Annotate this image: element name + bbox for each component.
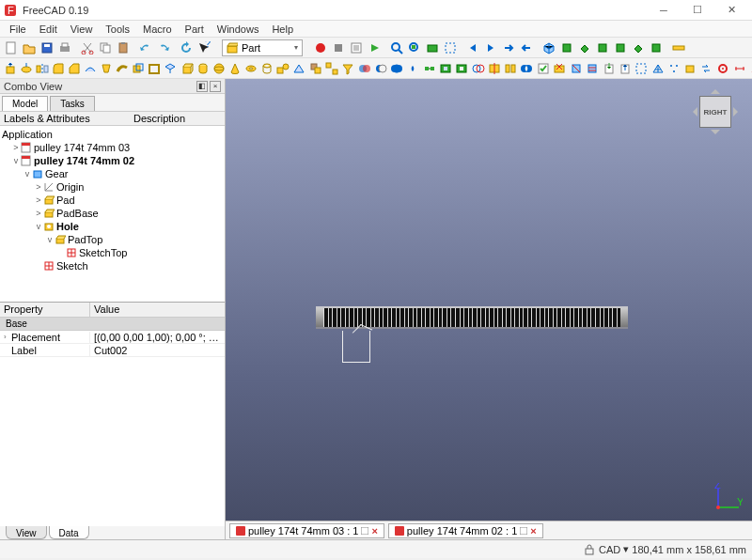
- tree-item[interactable]: >PadBase: [0, 207, 225, 220]
- sweep-button[interactable]: [115, 60, 130, 77]
- export-button[interactable]: [618, 60, 633, 77]
- nav-style[interactable]: CAD: [599, 544, 620, 555]
- undo-button[interactable]: [137, 39, 154, 56]
- draw-style-button[interactable]: [424, 39, 441, 56]
- import-button[interactable]: [602, 60, 617, 77]
- macro-run-button[interactable]: [366, 39, 383, 56]
- top-view-button[interactable]: [576, 39, 593, 56]
- menu-tools[interactable]: Tools: [100, 23, 135, 36]
- nav-back-button[interactable]: [464, 39, 481, 56]
- menu-macro[interactable]: Macro: [137, 23, 178, 36]
- panel-close-button[interactable]: ×: [210, 81, 221, 92]
- print-button[interactable]: [56, 39, 73, 56]
- check-geometry-button[interactable]: [536, 60, 551, 77]
- shapebuilder-button[interactable]: [291, 60, 306, 77]
- close-tab-icon[interactable]: ×: [371, 525, 377, 537]
- cutout-button[interactable]: [454, 60, 469, 77]
- union-button[interactable]: [389, 60, 404, 77]
- menu-part[interactable]: Part: [180, 23, 210, 36]
- tree-item[interactable]: vpulley 174t 74mm 02: [0, 154, 225, 167]
- tree-item[interactable]: SketchTop: [0, 246, 225, 259]
- link-nav-button[interactable]: [500, 39, 517, 56]
- model-tree[interactable]: Application >pulley 174t 74mm 03vpulley …: [0, 126, 225, 303]
- cut-button[interactable]: [79, 39, 96, 56]
- macro-stop-button[interactable]: [330, 39, 347, 56]
- cut-bool-button[interactable]: [373, 60, 388, 77]
- mirror-button[interactable]: [35, 60, 50, 77]
- bounding-box-button[interactable]: [442, 39, 459, 56]
- refresh-button[interactable]: [178, 39, 195, 56]
- sketch-outline[interactable]: [342, 331, 370, 363]
- measure-button[interactable]: [670, 39, 687, 56]
- projection-button[interactable]: [163, 60, 178, 77]
- tube-button[interactable]: [259, 60, 274, 77]
- prop-row-placement[interactable]: ›Placement [(0,00 0,00 1,00); 0,00 °; (0…: [0, 331, 225, 344]
- doc-tab-1[interactable]: pulley 174t 74mm 03 : 1 ×: [229, 523, 384, 538]
- tree-item[interactable]: Sketch: [0, 259, 225, 272]
- link-select-button[interactable]: [518, 39, 535, 56]
- macro-list-button[interactable]: [348, 39, 365, 56]
- boolean-button[interactable]: [357, 60, 372, 77]
- redo-button[interactable]: [155, 39, 172, 56]
- loft-button[interactable]: [99, 60, 114, 77]
- close-tab-icon[interactable]: ×: [530, 525, 536, 537]
- revolve-button[interactable]: [19, 60, 34, 77]
- section-button[interactable]: [569, 60, 584, 77]
- thickness-button[interactable]: [147, 60, 162, 77]
- fillet-button[interactable]: [51, 60, 66, 77]
- rear-view-button[interactable]: [612, 39, 629, 56]
- save-button[interactable]: [39, 39, 55, 56]
- intersect-button[interactable]: [405, 60, 420, 77]
- tab-model[interactable]: Model: [2, 96, 48, 111]
- tree-item[interactable]: >Pad: [0, 194, 225, 207]
- box-selection-button[interactable]: [634, 60, 649, 77]
- right-view-button[interactable]: [594, 39, 611, 56]
- workbench-selector[interactable]: Part: [222, 39, 303, 56]
- macro-record-button[interactable]: [312, 39, 329, 56]
- navcube-down[interactable]: [711, 130, 720, 139]
- extrude-button[interactable]: [3, 60, 18, 77]
- close-button[interactable]: ✕: [714, 0, 748, 21]
- explode-compound-button[interactable]: [324, 60, 339, 77]
- menu-edit[interactable]: Edit: [34, 23, 63, 36]
- connect-button[interactable]: [422, 60, 437, 77]
- nav-cube[interactable]: RIGHT: [688, 85, 743, 139]
- slice-apart-button[interactable]: [487, 60, 502, 77]
- new-button[interactable]: [3, 39, 20, 56]
- tree-root[interactable]: Application: [2, 129, 53, 140]
- tree-item[interactable]: vGear: [0, 167, 225, 180]
- left-view-button[interactable]: [648, 39, 665, 56]
- tree-item[interactable]: >pulley 174t 74mm 03: [0, 141, 225, 154]
- fit-all-button[interactable]: [388, 39, 405, 56]
- tab-view[interactable]: View: [6, 526, 47, 539]
- points-from-mesh-button[interactable]: [666, 60, 682, 77]
- nav-fwd-button[interactable]: [482, 39, 499, 56]
- cube-button[interactable]: [180, 60, 195, 77]
- open-button[interactable]: [21, 39, 38, 56]
- offset-button[interactable]: [131, 60, 146, 77]
- slice-button[interactable]: [503, 60, 518, 77]
- convert-to-solid-button[interactable]: [682, 60, 697, 77]
- tab-tasks[interactable]: Tasks: [50, 96, 95, 111]
- 3d-viewport[interactable]: RIGHT Z Y pulley 174t 74mm 03 : 1 ×: [226, 79, 752, 539]
- copy-button[interactable]: [97, 39, 114, 56]
- menu-file[interactable]: File: [4, 23, 32, 36]
- navcube-left[interactable]: [688, 107, 697, 117]
- iso-view-button[interactable]: [540, 39, 557, 56]
- menu-help[interactable]: Help: [266, 23, 299, 36]
- cylinder-button[interactable]: [196, 60, 211, 77]
- reverse-shapes-button[interactable]: [698, 60, 713, 77]
- defeaturing-button[interactable]: [552, 60, 567, 77]
- measure-angular-button[interactable]: [748, 60, 752, 77]
- tree-item[interactable]: vPadTop: [0, 233, 225, 246]
- xor-button[interactable]: [519, 60, 534, 77]
- cross-sections-button[interactable]: [585, 60, 600, 77]
- navcube-face[interactable]: RIGHT: [699, 96, 731, 128]
- minimize-button[interactable]: ─: [647, 0, 681, 21]
- make-compound-button[interactable]: [308, 60, 323, 77]
- compound-filter-button[interactable]: [340, 60, 355, 77]
- tab-data[interactable]: Data: [49, 526, 89, 539]
- paste-button[interactable]: [115, 39, 132, 56]
- front-view-button[interactable]: [558, 39, 575, 56]
- primitives-button[interactable]: [275, 60, 290, 77]
